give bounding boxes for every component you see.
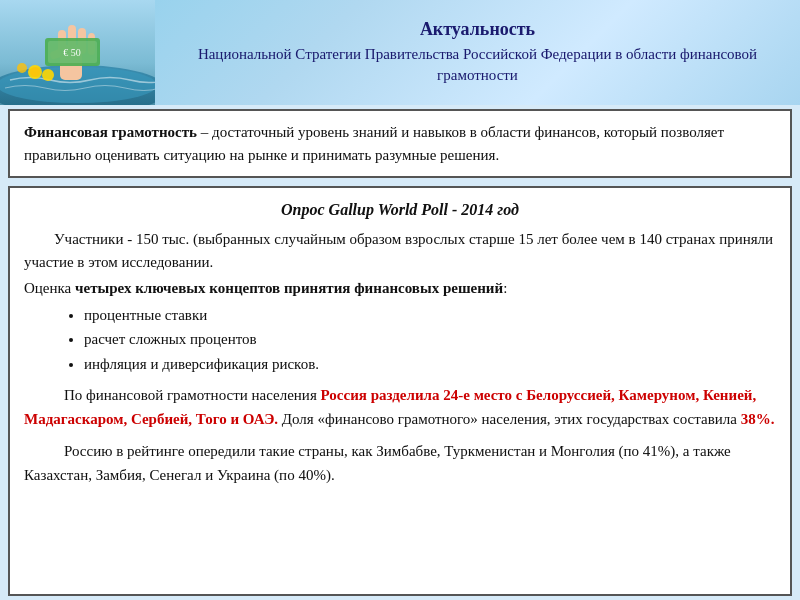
header-image: € 50 xyxy=(0,0,155,105)
svg-point-14 xyxy=(42,69,54,81)
svg-text:€ 50: € 50 xyxy=(63,47,81,58)
money-illustration-svg: € 50 xyxy=(0,0,155,105)
ranking-percent: 38%. xyxy=(741,411,775,427)
page-wrapper: € 50 Актуальность Национальной Стратегии… xyxy=(0,0,800,600)
assessment-prefix: Оценка xyxy=(24,280,75,296)
list-item: инфляция и диверсификация рисков. xyxy=(84,353,776,376)
list-item: расчет сложных процентов xyxy=(84,328,776,351)
ranking-text-1: По финансовой грамотности населения xyxy=(64,387,321,403)
page-title-main: Актуальность xyxy=(420,19,535,40)
assessment-bold: четырех ключевых концептов принятия фина… xyxy=(75,280,503,296)
assessment-suffix: : xyxy=(503,280,507,296)
main-content-box: Опрос Gallup World Poll - 2014 год Участ… xyxy=(8,186,792,596)
list-item: процентные ставки xyxy=(84,304,776,327)
definition-term: Финансовая грамотность xyxy=(24,124,197,140)
poll-participants: Участники - 150 тыс. (выбранных случайны… xyxy=(24,228,776,273)
definition-box: Финансовая грамотность – достаточный уро… xyxy=(8,109,792,178)
svg-point-13 xyxy=(30,67,40,77)
ranking-paragraph: По финансовой грамотности населения Росс… xyxy=(24,383,776,431)
header-section: € 50 Актуальность Национальной Стратегии… xyxy=(0,0,800,105)
ranking-text-2: Доля «финансово грамотного» населения, э… xyxy=(278,411,741,427)
bullet-list: процентные ставки расчет сложных процент… xyxy=(84,304,776,376)
svg-point-15 xyxy=(17,63,27,73)
header-title-area: Актуальность Национальной Стратегии Прав… xyxy=(155,0,800,105)
poll-title: Опрос Gallup World Poll - 2014 год xyxy=(24,198,776,222)
page-title-sub: Национальной Стратегии Правительства Рос… xyxy=(170,44,785,86)
assessment-line: Оценка четырех ключевых концептов принят… xyxy=(24,277,776,300)
countries-paragraph: Россию в рейтинге опередили такие страны… xyxy=(24,439,776,487)
